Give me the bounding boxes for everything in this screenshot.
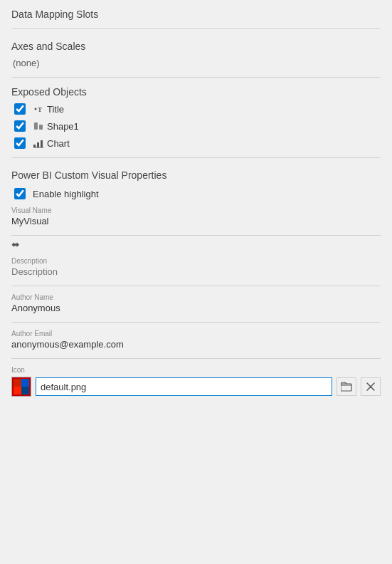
properties-panel: Data Mapping Slots Axes and Scales (none… <box>0 0 392 564</box>
visual-name-group: Visual Name <box>11 207 381 236</box>
description-group: ⬌ Description <box>11 239 381 286</box>
svg-rect-10 <box>21 387 29 395</box>
clear-icon-button[interactable] <box>361 377 381 396</box>
author-email-group: Author Email <box>11 330 381 359</box>
author-name-group: Author Name <box>11 293 381 323</box>
description-input[interactable] <box>11 266 381 277</box>
visual-name-label: Visual Name <box>11 207 381 214</box>
browse-folder-button[interactable] <box>337 377 356 396</box>
axes-value: (none) <box>13 58 381 68</box>
exposed-shape-label: Shape1 <box>47 121 79 132</box>
cursor-icon: ⬌ <box>11 239 20 250</box>
icon-preview <box>11 377 31 397</box>
icon-group: Icon <box>11 366 381 405</box>
chart-icon <box>33 137 44 149</box>
exposed-title-item: T Title <box>14 103 381 115</box>
powerbi-section: Power BI Custom Visual Properties Enable… <box>11 169 381 405</box>
svg-rect-3 <box>39 125 43 130</box>
divider-1 <box>11 28 381 29</box>
exposed-chart-label: Chart <box>47 138 70 149</box>
svg-rect-11 <box>21 379 29 387</box>
author-name-input[interactable] <box>11 303 381 313</box>
enable-highlight-item: Enable highlight <box>14 188 381 199</box>
enable-highlight-label: Enable highlight <box>33 189 99 199</box>
data-mapping-title: Data Mapping Slots <box>11 9 381 20</box>
svg-rect-2 <box>34 122 38 130</box>
divider-2 <box>11 77 381 78</box>
enable-highlight-checkbox[interactable] <box>14 188 26 199</box>
description-label: Description <box>11 257 381 265</box>
exposed-shape-item: Shape1 <box>14 120 381 132</box>
icon-input[interactable] <box>36 377 332 396</box>
svg-rect-9 <box>14 379 21 387</box>
divider-3 <box>11 157 381 158</box>
icon-label: Icon <box>11 366 381 374</box>
exposed-title-checkbox[interactable] <box>14 103 26 115</box>
svg-point-0 <box>35 108 37 110</box>
shape-icon <box>33 120 44 132</box>
svg-text:T: T <box>38 106 42 113</box>
icon-row <box>11 377 381 397</box>
exposed-title-label: Title <box>47 104 64 115</box>
exposed-objects-section: Exposed Objects T Title Shape1 <box>11 86 381 149</box>
svg-rect-5 <box>37 142 39 147</box>
exposed-chart-checkbox[interactable] <box>14 137 26 149</box>
exposed-objects-title: Exposed Objects <box>11 86 381 98</box>
author-email-label: Author Email <box>11 330 381 338</box>
powerbi-title: Power BI Custom Visual Properties <box>11 169 381 181</box>
svg-rect-12 <box>14 387 21 395</box>
exposed-chart-item: Chart <box>14 137 381 149</box>
title-icon: T <box>33 103 44 115</box>
svg-rect-6 <box>41 140 43 147</box>
exposed-shape-checkbox[interactable] <box>14 120 26 132</box>
svg-rect-4 <box>33 145 36 147</box>
axes-title: Axes and Scales <box>11 41 381 52</box>
visual-name-input[interactable] <box>11 216 381 226</box>
author-email-input[interactable] <box>11 339 381 350</box>
author-name-label: Author Name <box>11 293 381 301</box>
